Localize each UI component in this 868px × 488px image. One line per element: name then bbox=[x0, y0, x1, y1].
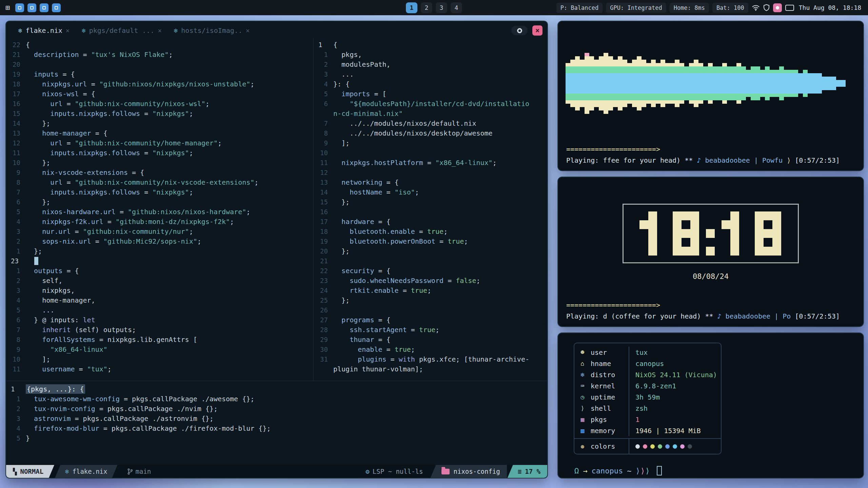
player-status-2: ======================> Playing: d (coff… bbox=[566, 301, 855, 320]
music-visualizer-widget: ======================> Playing: ffee fo… bbox=[557, 21, 864, 171]
workspace-4[interactable]: 4 bbox=[451, 2, 462, 13]
launcher-icon[interactable]: ⊞ bbox=[5, 4, 10, 12]
line-number: 1 bbox=[314, 41, 333, 48]
mode-icon: ▚ bbox=[13, 468, 17, 475]
code-text: nixos-hardware.url = "github:nixos/nixos… bbox=[26, 208, 250, 216]
code-line: 16 url = "github:nix-community/nixos-wsl… bbox=[6, 99, 313, 108]
file-name: flake.nix bbox=[73, 468, 107, 475]
line-number: 31 bbox=[314, 355, 333, 363]
tab-close-icon[interactable]: × bbox=[246, 27, 250, 34]
code-line: 1 pkgs, bbox=[314, 49, 547, 59]
toggle-button[interactable] bbox=[511, 26, 528, 35]
fetch-label: distro bbox=[591, 371, 629, 379]
dock-tag-icon[interactable] bbox=[52, 3, 61, 12]
code-text: ]; bbox=[333, 139, 350, 147]
artist-name: ♪ beabadoobee | Powfu bbox=[697, 156, 783, 164]
now-playing: Playing: ffee for your head) ** ♪ beabad… bbox=[566, 156, 855, 164]
fetch-value: 1 bbox=[629, 414, 721, 425]
line-number: 10 bbox=[6, 159, 26, 166]
line-number: 28 bbox=[314, 326, 333, 333]
dock-tag-icon[interactable] bbox=[15, 3, 24, 12]
tray-icon[interactable] bbox=[785, 5, 794, 11]
shield-icon[interactable] bbox=[763, 3, 770, 13]
code-line: 30 enable = true; bbox=[314, 344, 547, 354]
tab-pkgs-default-[interactable]: ❄pkgs/default ...× bbox=[76, 25, 167, 36]
line-number: 5 bbox=[314, 90, 333, 98]
code-line: 10 bbox=[314, 148, 547, 158]
code-text: url = "github:nix-community/nix-vscode-e… bbox=[26, 178, 258, 186]
code-line: 14 hostName = "iso"; bbox=[314, 187, 547, 197]
workspace-switcher[interactable]: 1234 bbox=[406, 2, 462, 13]
buffer-flake-nix[interactable]: 22{21 description = "tux's NixOS Flake";… bbox=[6, 38, 313, 381]
line-number: 10 bbox=[314, 149, 333, 157]
palette-dot bbox=[673, 444, 677, 449]
cat-icon: Ω bbox=[574, 467, 579, 475]
tab-flake-nix[interactable]: ❄flake.nix× bbox=[13, 25, 75, 36]
terminal-prompt[interactable]: Ω → canopus ~ ⟩⟩⟩ bbox=[574, 466, 863, 475]
line-number: 20 bbox=[314, 247, 333, 255]
statusline-file[interactable]: ❄ flake.nix bbox=[55, 465, 117, 478]
project-indicator[interactable]: nixos-config bbox=[431, 465, 507, 478]
folder-icon bbox=[441, 469, 450, 474]
code-line: 22{ bbox=[6, 40, 313, 49]
line-number: 18 bbox=[6, 80, 26, 88]
clock-widget: 08/08/24 ======================> Playing… bbox=[557, 177, 864, 327]
code-line: 23 bbox=[6, 256, 313, 266]
fetch-value: zsh bbox=[629, 403, 721, 414]
code-line: 26 bbox=[314, 305, 547, 315]
code-text: thunar = { bbox=[333, 336, 391, 344]
code-line: 2 modulesPath, bbox=[314, 59, 547, 69]
chevron-icon: ⟩ bbox=[635, 467, 640, 475]
line-number: 12 bbox=[314, 169, 333, 176]
fetch-label: pkgs bbox=[591, 415, 629, 424]
line-number: 26 bbox=[314, 306, 333, 314]
code-line: 25 }; bbox=[314, 295, 547, 305]
code-text: ... bbox=[26, 306, 54, 314]
tab-close-icon[interactable]: × bbox=[66, 27, 70, 34]
branch-icon bbox=[127, 468, 133, 475]
palette-dot bbox=[680, 444, 685, 449]
code-text: {pkgs, ...}: { bbox=[26, 385, 85, 393]
code-line: 5 nixos-hardware.url = "github:nixos/nix… bbox=[6, 207, 313, 217]
workspace-3[interactable]: 3 bbox=[436, 2, 447, 13]
workspace-1[interactable]: 1 bbox=[406, 2, 417, 13]
code-text: programs = { bbox=[333, 316, 391, 324]
tab-controls: × bbox=[511, 25, 542, 36]
tab-hosts-isoimag-[interactable]: ❄hosts/isoImag..× bbox=[169, 25, 255, 36]
datetime[interactable]: Thu Aug 08, 18:18 bbox=[797, 4, 863, 11]
wifi-icon[interactable] bbox=[752, 3, 760, 13]
code-line: 5} bbox=[6, 433, 547, 443]
code-line: 2 self, bbox=[6, 276, 313, 285]
code-line: 8 forAllSystems = nixpkgs.lib.genAttrs [ bbox=[6, 334, 313, 344]
code-line: 1{ bbox=[314, 40, 547, 49]
close-button[interactable]: × bbox=[532, 25, 542, 36]
tab-close-icon[interactable]: × bbox=[158, 27, 161, 34]
git-branch[interactable]: main bbox=[120, 465, 158, 478]
status-area: P: BalancedGPU: IntegratedHome: 8msBat: … bbox=[556, 3, 863, 13]
recorder-icon[interactable] bbox=[773, 3, 782, 12]
line-number: 16 bbox=[314, 208, 333, 216]
dock-tag-icon[interactable] bbox=[40, 3, 48, 12]
line-number: 25 bbox=[314, 297, 333, 304]
code-text: forAllSystems = nixpkgs.lib.genAttrs [ bbox=[26, 336, 197, 344]
line-number: 9 bbox=[314, 139, 333, 147]
fetch-row-pkgs: ▦pkgs1 bbox=[574, 414, 721, 425]
line-number: 4 bbox=[6, 425, 26, 432]
kernel-icon: ⌨ bbox=[574, 382, 591, 389]
fetch-label: user bbox=[591, 348, 629, 357]
dock-tag-icon[interactable] bbox=[27, 3, 36, 12]
buffer-iso-image[interactable]: 1{1 pkgs,2 modulesPath,3 ...4}: {5 impor… bbox=[314, 38, 547, 381]
line-number: 1 bbox=[314, 51, 333, 58]
nix-icon: ❄ bbox=[65, 468, 69, 475]
workspace-2[interactable]: 2 bbox=[421, 2, 432, 13]
dock-tags[interactable] bbox=[15, 3, 61, 12]
buffer-pkgs-default[interactable]: 1{pkgs, ...}: {1 tux-awesome-wm-config =… bbox=[6, 381, 547, 465]
line-number: 5 bbox=[6, 306, 26, 314]
fetch-row-user: ☻usertux bbox=[574, 347, 721, 358]
code-line: 8 url = "github:nix-community/nix-vscode… bbox=[6, 177, 313, 187]
nix-icon: ❄ bbox=[174, 27, 178, 34]
fetch-value: 6.9.8-zen1 bbox=[629, 380, 721, 391]
code-line: 12 bbox=[314, 167, 547, 177]
code-text: home-manager, bbox=[26, 296, 95, 304]
code-text: bluetooth.enable = true; bbox=[333, 227, 448, 236]
